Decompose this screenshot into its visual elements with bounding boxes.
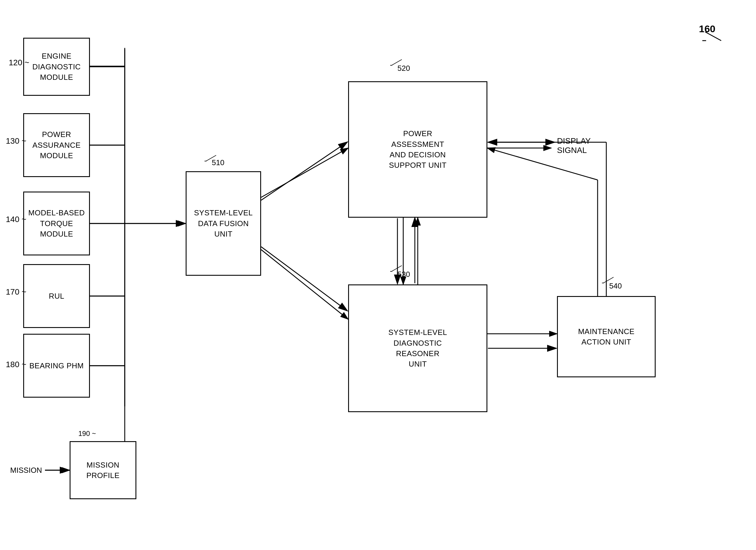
display-signal-label: DISPLAY SIGNAL (557, 136, 591, 155)
svg-line-10 (261, 249, 348, 319)
ref-510-arrow (203, 154, 220, 162)
engine-diagnostic-module: ENGINE DIAGNOSTIC MODULE (23, 38, 90, 96)
ref-520-arrow (389, 58, 406, 67)
maintenance-action-unit: MAINTENANCE ACTION UNIT (557, 296, 656, 377)
mission-profile-module: MISSION PROFILE (70, 441, 136, 499)
ref-180: 180 ~ (6, 360, 26, 369)
ref-190: 190 ~ (78, 430, 96, 438)
data-fusion-unit: SYSTEM-LEVEL DATA FUSION UNIT (186, 171, 261, 276)
mission-label: MISSION (10, 466, 42, 475)
svg-line-9 (261, 148, 348, 197)
ref-170: 170 ~ (6, 287, 26, 297)
bearing-phm-module: BEARING PHM (23, 334, 90, 398)
rul-module: RUL (23, 264, 90, 328)
svg-line-20 (392, 59, 402, 65)
figure-160-arrow (701, 29, 727, 44)
diagnostic-reasoner-unit: SYSTEM-LEVEL DIAGNOSTIC REASONER UNIT (348, 285, 487, 412)
svg-line-38 (261, 247, 347, 311)
ref-120: 120 ~ (9, 58, 29, 67)
ref-130: 130 ~ (6, 136, 26, 146)
ref-540-arrow (601, 276, 618, 285)
svg-line-22 (392, 265, 402, 271)
diagram: ENGINE DIAGNOSTIC MODULE 120 ~ POWER ASS… (0, 0, 756, 550)
svg-line-37 (261, 142, 347, 200)
ref-530-arrow (389, 264, 406, 273)
power-assessment-unit: POWER ASSESSMENT AND DECISION SUPPORT UN… (348, 81, 487, 218)
svg-line-18 (206, 155, 216, 161)
ref-140: 140 ~ (6, 215, 26, 224)
svg-line-24 (603, 277, 614, 283)
power-assurance-module: POWER ASSURANCE MODULE (23, 113, 90, 177)
model-based-torque-module: MODEL-BASED TORQUE MODULE (23, 191, 90, 255)
svg-line-26 (705, 32, 721, 41)
